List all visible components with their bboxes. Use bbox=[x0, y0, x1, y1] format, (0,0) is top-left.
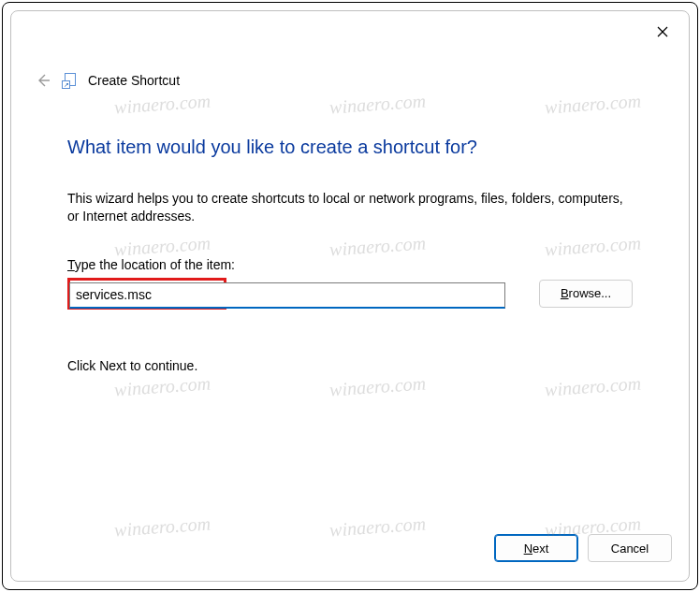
back-arrow-icon bbox=[36, 73, 51, 88]
wizard-content: What item would you like to create a sho… bbox=[11, 90, 689, 528]
wizard-description: This wizard helps you to create shortcut… bbox=[67, 190, 633, 225]
location-label: Type the location of the item: bbox=[67, 257, 633, 272]
close-button[interactable] bbox=[644, 19, 681, 45]
location-input[interactable] bbox=[69, 282, 505, 309]
header-row: ↗ Create Shortcut bbox=[11, 71, 689, 90]
shortcut-icon: ↗ bbox=[62, 72, 79, 89]
next-button[interactable]: Next bbox=[494, 534, 578, 562]
continue-instruction: Click Next to continue. bbox=[67, 358, 633, 373]
back-button[interactable] bbox=[34, 71, 52, 90]
location-row: Browse... bbox=[67, 278, 633, 310]
input-highlight bbox=[67, 278, 226, 310]
dialog-footer: Next Cancel bbox=[11, 528, 689, 581]
wizard-heading: What item would you like to create a sho… bbox=[67, 137, 633, 158]
dialog-title: Create Shortcut bbox=[88, 73, 180, 88]
browse-button[interactable]: Browse... bbox=[539, 280, 633, 308]
cancel-button[interactable]: Cancel bbox=[588, 534, 672, 562]
create-shortcut-dialog: ↗ Create Shortcut What item would you li… bbox=[10, 10, 690, 582]
titlebar bbox=[11, 11, 689, 56]
screenshot-frame: ↗ Create Shortcut What item would you li… bbox=[2, 2, 698, 590]
close-icon bbox=[657, 26, 668, 37]
